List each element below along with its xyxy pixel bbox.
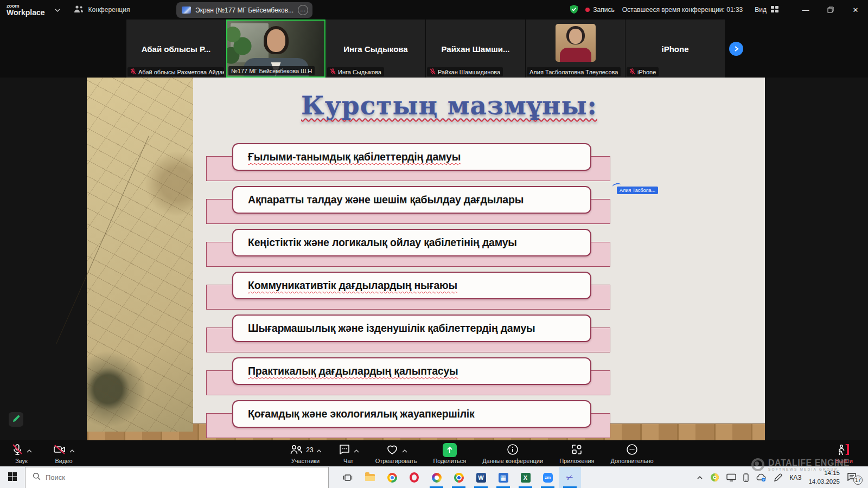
toolbar-button-данные-конференции[interactable]: Данные конференции — [482, 443, 543, 464]
notification-center[interactable]: 17 — [847, 470, 863, 485]
participant-name-badge: Алия Тасболатовна Тлеулесова — [527, 67, 621, 76]
avatar-figure — [560, 48, 591, 62]
chat-icon — [338, 443, 351, 458]
participant-tile[interactable]: Алия Тасболатовна Тлеулесова — [526, 20, 625, 78]
tab-meeting[interactable]: Конференция — [68, 0, 136, 20]
start-button[interactable] — [0, 467, 25, 488]
minimize-button[interactable]: — — [793, 0, 818, 20]
recording-indicator: Запись — [585, 6, 614, 14]
zoom-app-icon[interactable]: zm — [537, 467, 559, 488]
restore-button[interactable] — [818, 0, 843, 20]
mic-muted-icon — [11, 443, 24, 458]
slide-item-box: Ақпаратты талдау және шешім қабылдау дағ… — [232, 186, 591, 214]
toolbar-button-приложения[interactable]: Приложения — [559, 443, 594, 464]
antivirus-icon[interactable] — [710, 473, 719, 482]
participant-count: 23 — [306, 446, 313, 454]
filmstrip-next-button[interactable] — [729, 42, 743, 56]
more-icon — [626, 443, 639, 458]
calculator-icon[interactable]: ▦ — [492, 467, 514, 488]
chrome-blue-icon[interactable] — [448, 467, 470, 488]
tray-expand-icon[interactable] — [697, 476, 703, 480]
toolbar-button-видео[interactable]: Видео — [53, 443, 75, 464]
slide-item-row: Ғылыми-танымдық қабілеттердің дамуы — [206, 143, 610, 186]
slide-item-box: Ғылыми-танымдық қабілеттердің дамуы — [232, 143, 591, 171]
participant-tile[interactable]: №177 МГ Бейсембекова Ш.Н — [226, 20, 326, 78]
participant-name-badge: Райхан Шамшидинова — [427, 67, 503, 76]
zoom-workplace-logo: zoom Workplace — [7, 4, 45, 16]
toolbar-button-label: Дополнительно — [611, 458, 654, 464]
toolbar-button-отреагировать[interactable]: Отреагировать — [375, 443, 417, 464]
participant-label: Райхан Шамшидинова — [438, 69, 500, 75]
presentation-slide: Курстың мазмұны: Ғылыми-танымдық қабілет… — [193, 78, 765, 440]
chevron-up-icon[interactable] — [316, 446, 322, 454]
share-tab-more-icon[interactable]: … — [298, 5, 308, 15]
toolbar-button-чат[interactable]: Чат — [338, 443, 359, 464]
chrome-icon[interactable] — [381, 467, 403, 488]
apps-icon — [570, 443, 583, 458]
slide-item-text: Коммуникативтік дағдылардың нығаюы — [248, 279, 457, 292]
taskbar-search[interactable] — [25, 467, 329, 488]
display-icon[interactable] — [726, 473, 736, 481]
file-explorer-icon[interactable] — [359, 467, 381, 488]
participant-label: Алия Тасболатовна Тлеулесова — [529, 69, 618, 75]
tab-screen-share[interactable]: Экран (№177 МГ Бейсембеков... … — [176, 2, 312, 18]
close-button[interactable]: ✕ — [843, 0, 868, 20]
remote-cursor-label: Алия Тасбола... — [617, 187, 658, 194]
slide-item-row: Коммуникативтік дағдылардың нығаюы — [206, 272, 610, 314]
search-input[interactable] — [46, 473, 306, 481]
pen-icon[interactable] — [774, 473, 782, 482]
clock-time: 14:15 — [808, 469, 840, 478]
toolbar-button-поделиться[interactable]: Поделиться — [433, 443, 466, 464]
security-shield-icon[interactable] — [569, 4, 579, 16]
taskbar-apps: W▦Xzm✂ — [336, 467, 581, 488]
phone-icon[interactable] — [743, 473, 749, 482]
search-icon — [33, 472, 41, 483]
language-indicator[interactable]: КАЗ — [789, 474, 801, 481]
mic-muted-icon — [130, 68, 136, 76]
video-editor-icon[interactable]: ✂ — [559, 467, 581, 488]
participant-tile[interactable]: Райхан Шамши...Райхан Шамшидинова — [426, 20, 525, 78]
chevron-down-icon[interactable] — [55, 6, 60, 14]
meeting-time-remaining: Оставшееся время конференции: 01:33 — [622, 6, 743, 14]
chevron-up-icon[interactable] — [402, 446, 407, 454]
chevron-up-icon[interactable] — [69, 446, 75, 454]
tab-screen-share-label: Экран (№177 МГ Бейсембеков... — [195, 7, 293, 14]
slide-item-row: Шығармашылық және ізденушілік қабілеттер… — [206, 314, 610, 357]
toolbar-button-label: Звук — [15, 458, 28, 464]
participant-tile[interactable]: Абай облысы Р...Абай облысы Рахметова Ай… — [126, 20, 226, 78]
toolbar-button-label: Отреагировать — [375, 458, 417, 464]
participant-name: Инга Сыдыкова — [326, 44, 425, 53]
toolbar-button-звук[interactable]: Звук — [11, 443, 32, 464]
slide-item-row: Кеңістіктік және логикалық ойлау қабілет… — [206, 229, 610, 272]
toolbar-button-участники[interactable]: 23Участники — [289, 443, 321, 464]
view-label: Вид — [755, 6, 767, 14]
view-button[interactable]: Вид — [755, 5, 779, 15]
shared-screen-content: Курстың мазмұны: Ғылыми-танымдық қабілет… — [87, 78, 765, 440]
person-silhouette — [267, 29, 285, 52]
slide-title: Курстың мазмұны: — [193, 91, 765, 120]
info-icon — [506, 443, 519, 458]
toolbar-button-дополнительно[interactable]: Дополнительно — [611, 443, 654, 464]
cloud-sync-icon[interactable] — [756, 473, 767, 482]
participant-tile[interactable]: Инга СыдыковаИнга Сыдыкова — [326, 20, 425, 78]
pencil-icon — [12, 414, 21, 425]
excel-icon[interactable]: X — [514, 467, 537, 488]
chevron-up-icon[interactable] — [354, 446, 359, 454]
color-wheel-browser-icon[interactable] — [425, 467, 448, 488]
screen-share-icon — [182, 7, 191, 14]
brand-workplace: Workplace — [7, 9, 45, 16]
participant-tile[interactable]: iPhoneiPhone — [626, 20, 725, 78]
chevron-up-icon[interactable] — [27, 446, 32, 454]
participant-name-badge: Абай облысы Рахметова Айдана — [127, 67, 224, 76]
participant-name: iPhone — [626, 44, 725, 53]
taskbar-clock[interactable]: 14:15 14.03.2025 — [808, 469, 840, 486]
windows-taskbar: W▦Xzm✂ КАЗ 14:15 14.03.2025 17 — [0, 466, 868, 488]
leave-meeting-button[interactable]: Выйти — [835, 440, 853, 466]
task-view-icon[interactable] — [336, 467, 359, 488]
annotate-pencil-button[interactable] — [9, 412, 23, 427]
opera-icon[interactable] — [403, 467, 425, 488]
word-icon[interactable]: W — [470, 467, 492, 488]
share-icon — [443, 443, 457, 457]
react-icon — [385, 443, 399, 458]
leave-button-label: Выйти — [835, 458, 853, 464]
